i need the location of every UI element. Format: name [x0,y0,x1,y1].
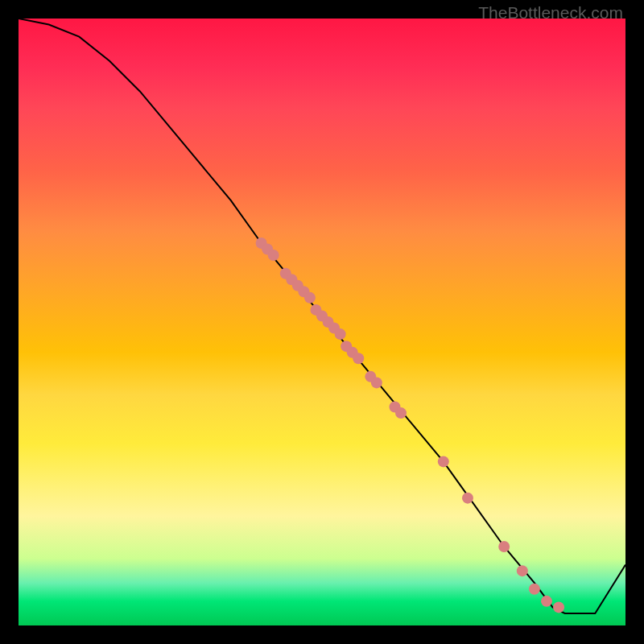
data-marker [353,353,364,364]
data-marker [304,292,316,303]
data-marker [529,584,540,595]
data-markers [256,237,564,613]
data-marker [371,377,382,388]
data-marker [498,541,510,552]
data-marker [517,565,528,576]
watermark-text: TheBottleneck.com [478,3,623,23]
data-marker [553,601,564,613]
data-marker [541,596,552,607]
data-marker [395,407,407,419]
data-marker [335,328,346,340]
data-marker [462,493,473,504]
data-marker [438,456,449,467]
chart-canvas [19,19,625,625]
data-marker [268,250,279,261]
